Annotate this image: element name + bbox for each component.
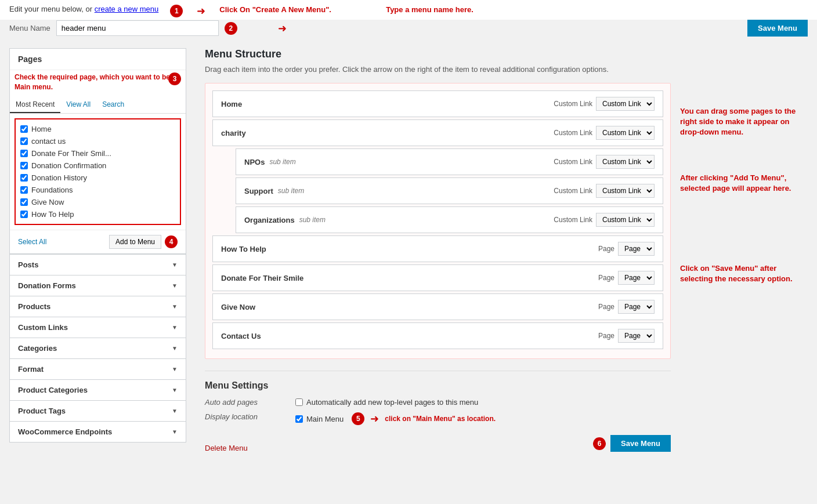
menu-item-contactus-select[interactable]: Page bbox=[618, 329, 655, 343]
accordion-woocommerceendpoints-label: WooCommerce Endpoints bbox=[18, 427, 112, 436]
tab-search[interactable]: Search bbox=[96, 97, 130, 113]
auto-add-checkbox[interactable] bbox=[295, 398, 303, 406]
list-item: contact us bbox=[20, 135, 175, 147]
right-annotations-panel: You can drag some pages to the right sid… bbox=[680, 48, 808, 452]
annotation-5: click on "Main Menu" as location. bbox=[385, 414, 496, 424]
page-checkbox-foundations[interactable] bbox=[20, 186, 28, 194]
list-item: Donate For Their Smil... bbox=[20, 147, 175, 159]
menu-item-npos-type: Custom Link bbox=[554, 158, 592, 166]
type-menu-annotation: Type a menu name here. bbox=[386, 5, 473, 15]
pages-header: Pages bbox=[10, 49, 186, 70]
page-label-home: Home bbox=[31, 125, 52, 133]
pages-tabs: Most Recent View All Search bbox=[10, 97, 186, 114]
settings-auto-add-row: Auto add pages Automatically add new top… bbox=[205, 398, 671, 407]
page-checkbox-donate[interactable] bbox=[20, 150, 28, 157]
menu-item-organizations-label: Organizations bbox=[244, 216, 295, 224]
menu-item-charity: charity Custom Link Custom Link bbox=[212, 119, 663, 146]
menu-item-charity-select[interactable]: Custom Link bbox=[596, 126, 655, 140]
accordion-categories-label: Categories bbox=[18, 344, 57, 353]
left-panel: Pages Check the required page, which you… bbox=[9, 48, 186, 452]
accordion-producttags-label: Product Tags bbox=[18, 407, 66, 415]
page-checkbox-donationhistory[interactable] bbox=[20, 174, 28, 182]
tab-view-all[interactable]: View All bbox=[60, 97, 96, 113]
pages-section: Pages Check the required page, which you… bbox=[9, 48, 186, 254]
select-all-link[interactable]: Select All bbox=[18, 238, 46, 246]
accordion-customlinks-header[interactable]: Custom Links ▼ bbox=[10, 317, 186, 338]
menu-name-input[interactable] bbox=[56, 20, 219, 36]
check-annotation-area: Check the required page, which you want … bbox=[10, 70, 186, 97]
list-item: Donation History bbox=[20, 172, 175, 184]
accordion-products-header[interactable]: Products ▼ bbox=[10, 296, 186, 317]
tab-most-recent[interactable]: Most Recent bbox=[10, 97, 60, 113]
chevron-down-icon: ▼ bbox=[172, 345, 178, 351]
page-label-howtohelp: How To Help bbox=[31, 210, 74, 219]
accordion-posts-label: Posts bbox=[18, 260, 38, 269]
menu-item-home: Home Custom Link Custom Link bbox=[212, 90, 663, 117]
menu-item-donatefortheirsmile-select[interactable]: Page bbox=[618, 271, 655, 285]
delete-menu-link[interactable]: Delete Menu bbox=[205, 444, 248, 452]
add-to-menu-button[interactable]: Add to Menu bbox=[109, 235, 161, 249]
menu-item-givenow-type: Page bbox=[598, 303, 614, 311]
menu-item-home-select[interactable]: Custom Link bbox=[596, 97, 655, 111]
menu-item-organizations-select[interactable]: Custom Link bbox=[596, 213, 655, 227]
main-menu-checkbox[interactable] bbox=[295, 415, 303, 423]
pages-title: Pages bbox=[18, 55, 42, 64]
list-item: How To Help bbox=[20, 208, 175, 220]
save-menu-button-bottom[interactable]: Save Menu bbox=[610, 435, 671, 452]
accordion-donationforms-header[interactable]: Donation Forms ▼ bbox=[10, 275, 186, 296]
accordion-products: Products ▼ bbox=[9, 296, 186, 317]
accordion-posts-header[interactable]: Posts ▼ bbox=[10, 255, 186, 275]
menu-item-npos-select[interactable]: Custom Link bbox=[596, 155, 655, 169]
menu-structure-title: Menu Structure bbox=[205, 48, 671, 60]
badge-4: 4 bbox=[165, 235, 178, 248]
menu-item-givenow-label: Give Now bbox=[221, 303, 255, 311]
chevron-down-icon: ▼ bbox=[172, 282, 178, 289]
menu-item-support: Support sub item Custom Link Custom Link bbox=[236, 177, 663, 204]
chevron-down-icon: ▼ bbox=[172, 262, 178, 268]
accordion-woocommerceendpoints-header[interactable]: WooCommerce Endpoints ▼ bbox=[10, 422, 186, 442]
page-wrapper: Edit your menu below, or create a new me… bbox=[0, 0, 817, 504]
save-menu-button-top[interactable]: Save Menu bbox=[747, 20, 808, 37]
annotation-1: Click On "Create A New Menu". bbox=[219, 5, 331, 15]
accordion-productcategories-header[interactable]: Product Categories ▼ bbox=[10, 380, 186, 400]
page-checkbox-contactus[interactable] bbox=[20, 137, 28, 145]
create-new-menu-link[interactable]: create a new menu bbox=[95, 5, 159, 13]
menu-item-givenow-select[interactable]: Page bbox=[618, 300, 655, 314]
settings-auto-add-value: Automatically add new top-level pages to… bbox=[295, 398, 671, 407]
main-menu-label: Main Menu bbox=[306, 415, 344, 423]
menu-item-support-type: Custom Link bbox=[554, 187, 592, 195]
accordion-producttags-header[interactable]: Product Tags ▼ bbox=[10, 401, 186, 421]
menu-item-howtohelp-select[interactable]: Page bbox=[618, 242, 655, 256]
list-item: Home bbox=[20, 123, 175, 135]
save-bottom-area: 6 Save Menu bbox=[593, 435, 671, 452]
page-label-donationhistory: Donation History bbox=[31, 173, 87, 182]
menu-item-donatefortheirsmile-label: Donate For Their Smile bbox=[221, 274, 303, 282]
page-checkbox-givenow[interactable] bbox=[20, 198, 28, 206]
page-checkbox-home[interactable] bbox=[20, 125, 28, 133]
accordion-products-label: Products bbox=[18, 302, 50, 311]
menu-item-support-select[interactable]: Custom Link bbox=[596, 184, 655, 198]
accordion-format-label: Format bbox=[18, 365, 44, 374]
save-annotation-area: Click on "Save Menu" after selecting the… bbox=[680, 263, 808, 284]
accordion-donationforms: Donation Forms ▼ bbox=[9, 275, 186, 296]
menu-item-npos-label: NPOs bbox=[244, 158, 265, 166]
menu-item-howtohelp-label: How To Help bbox=[221, 245, 266, 253]
menu-item-support-label: Support bbox=[244, 187, 273, 195]
drag-annotation: You can drag some pages to the right sid… bbox=[680, 106, 808, 138]
page-label-foundations: Foundations bbox=[31, 186, 73, 194]
settings-display-location-row: Display location Main Menu 5 ➜ click on … bbox=[205, 412, 671, 425]
accordion-producttags: Product Tags ▼ bbox=[9, 401, 186, 422]
save-annotation: Click on "Save Menu" after selecting the… bbox=[680, 263, 808, 284]
accordion-format-header[interactable]: Format ▼ bbox=[10, 359, 186, 379]
page-checkbox-donationconfirmation[interactable] bbox=[20, 162, 28, 169]
badge-6: 6 bbox=[593, 437, 606, 450]
badge-1: 1 bbox=[170, 5, 183, 17]
content-area: Menu Name 2 ➜ Save Menu Pages bbox=[0, 20, 817, 462]
badge-5: 5 bbox=[352, 412, 364, 425]
menu-structure-area: Home Custom Link Custom Link charity bbox=[205, 83, 671, 359]
accordion-categories-header[interactable]: Categories ▼ bbox=[10, 338, 186, 358]
menu-item-contactus: Contact Us Page Page bbox=[212, 322, 663, 349]
chevron-down-icon: ▼ bbox=[172, 429, 178, 435]
page-checkbox-howtohelp[interactable] bbox=[20, 211, 28, 218]
arrow-1: ➜ bbox=[197, 5, 205, 17]
